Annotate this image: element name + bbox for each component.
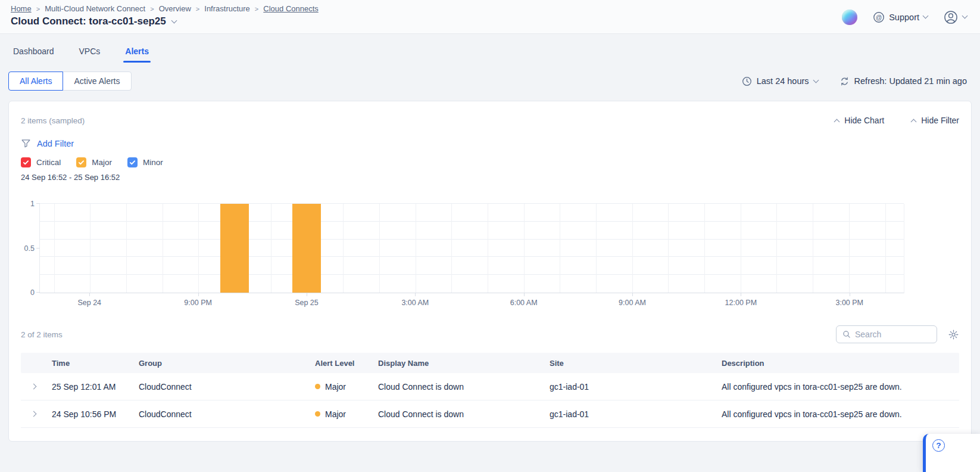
table-row[interactable]: 24 Sep 10:56 PMCloudConnectMajorCloud Co… [21,400,959,428]
chart-vertical-gridline [596,204,597,293]
severity-checkbox-critical[interactable]: Critical [21,157,61,167]
cell-time: 25 Sep 12:01 AM [52,382,139,392]
segment-active-alerts[interactable]: Active Alerts [63,72,131,91]
top-bar-left: Home>Multi-Cloud Network Connect>Overvie… [11,4,319,33]
breadcrumb-separator-icon: > [255,5,258,13]
chart-x-tick-label: 3:00 AM [401,299,429,307]
table-settings-gear-icon[interactable] [948,329,959,340]
breadcrumb: Home>Multi-Cloud Network Connect>Overvie… [11,4,319,13]
breadcrumb-separator-icon: > [196,5,199,13]
chart-time-range-label: 24 Sep 16:52 - 25 Sep 16:52 [21,173,959,182]
chart-x-tick-label: Sep 25 [295,299,319,307]
chart-x-tick-label: 3:00 PM [835,299,863,307]
chart-horizontal-gridline [40,221,904,222]
checkbox-icon [76,157,86,167]
column-header-display-name: Display Name [378,359,550,368]
chart-vertical-gridline [54,204,55,293]
checkbox-icon [21,157,31,167]
breadcrumb-separator-icon: > [36,5,40,13]
brand-logo [842,10,857,25]
chart-x-tick [741,293,741,296]
alert-level-label: Major [325,409,346,419]
cell-alert-level: Major [315,382,378,392]
top-bar-right: @ Support [842,4,967,33]
support-menu[interactable]: @ Support [873,11,928,23]
cell-display-name: Cloud Connect is down [378,382,550,392]
severity-checkbox-major[interactable]: Major [76,157,112,167]
user-menu[interactable] [943,10,967,25]
chart-x-tick [524,293,525,296]
cell-description: All configured vpcs in tora-cc01-sep25 a… [722,382,959,392]
breadcrumb-item[interactable]: Cloud Connects [263,4,319,13]
chart-vertical-gridline [849,204,850,293]
segment-all-alerts[interactable]: All Alerts [8,72,63,91]
chart-y-tick [36,248,40,249]
chart-x-tick-label: 12:00 PM [725,299,757,307]
breadcrumb-item[interactable]: Infrastructure [204,4,250,13]
chart-vertical-gridline [451,204,452,293]
hide-filter-toggle[interactable]: Hide Filter [912,116,959,125]
alert-level-dot-icon [315,411,320,417]
chart-horizontal-gridline [40,239,904,240]
chart-vertical-gridline [741,204,741,293]
search-input[interactable] [855,330,931,339]
chart-x-tick [415,293,416,296]
search-box [836,325,937,343]
chart-vertical-gridline [560,204,560,293]
user-avatar-icon [943,10,959,25]
refresh-label: Refresh: Updated 21 min ago [854,76,967,86]
help-widget[interactable]: ? [923,434,980,472]
page-title: Cloud Connect: tora-cc01-sep25 [11,15,166,27]
chart-x-tick [307,293,307,296]
chart-bar-major[interactable] [220,204,249,293]
controls-row: All AlertsActive Alerts Last 24 hours Re… [8,72,967,91]
add-filter-button[interactable]: Add Filter [21,138,959,148]
support-label: Support [889,13,919,22]
cell-group: CloudConnect [139,382,315,392]
filter-funnel-icon [21,138,31,148]
alert-level-label: Major [325,382,346,392]
checkbox-icon [127,157,138,167]
chart-vertical-gridline [343,204,344,293]
chart-y-tick [36,292,40,293]
title-chevron-down-icon[interactable] [171,17,177,23]
chevron-right-icon [31,384,37,390]
row-expand-button[interactable] [21,384,52,389]
alerts-panel: 2 items (sampled) Hide Chart Hide Filter… [8,101,972,442]
chart-vertical-gridline [524,204,525,293]
chart-vertical-gridline [668,204,669,293]
tab-alerts[interactable]: Alerts [124,46,150,63]
breadcrumb-separator-icon: > [150,5,154,13]
row-expand-button[interactable] [21,412,52,416]
svg-text:@: @ [876,13,882,20]
chart-vertical-gridline [885,204,886,293]
hide-chart-toggle[interactable]: Hide Chart [835,116,884,125]
refresh-button[interactable]: Refresh: Updated 21 min ago [839,76,967,86]
chart-vertical-gridline [704,204,705,293]
chart-vertical-gridline [198,204,199,293]
help-question-icon[interactable]: ? [932,439,945,452]
cell-alert-level: Major [315,409,378,419]
breadcrumb-item[interactable]: Multi-Cloud Network Connect [45,4,145,13]
tab-vpcs[interactable]: VPCs [78,46,102,63]
cell-group: CloudConnect [139,409,315,419]
breadcrumb-item[interactable]: Home [11,4,32,13]
add-filter-label: Add Filter [37,139,74,148]
breadcrumb-item[interactable]: Overview [159,4,191,13]
alert-level-dot-icon [315,384,320,389]
chart-y-tick [36,203,40,204]
chart-bar-major[interactable] [292,204,321,293]
chart-vertical-gridline [488,204,488,293]
chart-x-tick-label: Sep 24 [77,299,101,307]
tab-dashboard[interactable]: Dashboard [12,46,55,63]
severity-checkbox-minor[interactable]: Minor [127,157,163,167]
chart-vertical-gridline [416,204,416,293]
cell-display-name: Cloud Connect is down [378,409,550,419]
column-header-description: Description [722,359,959,368]
table-header-row: TimeGroupAlert LevelDisplay NameSiteDesc… [21,353,959,373]
chart-y-tick-label: 0 [30,288,35,297]
table-row[interactable]: 25 Sep 12:01 AMCloudConnectMajorCloud Co… [21,373,959,400]
time-range-selector[interactable]: Last 24 hours [742,76,818,86]
support-chevron-down-icon [923,13,929,19]
search-icon [842,330,851,339]
